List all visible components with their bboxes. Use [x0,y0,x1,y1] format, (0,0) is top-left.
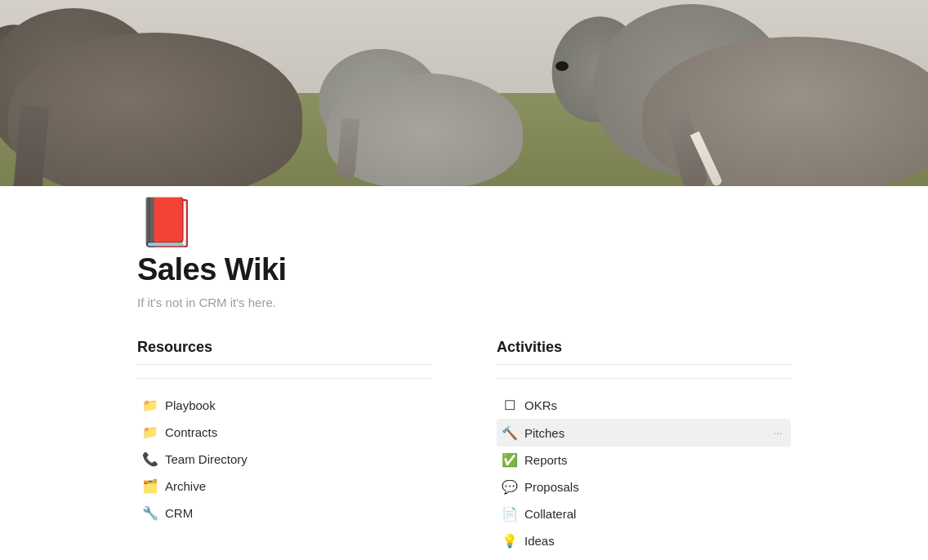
page-title: Sales Wiki [137,252,791,287]
team-directory-link[interactable]: Team Directory [165,452,426,466]
crm-link[interactable]: CRM [165,506,426,520]
activities-list: ☐ OKRs 🔨 Pitches ··· ✅ Reports 💬 Proposa… [497,392,791,554]
okrs-icon: ☐ [502,398,518,413]
page-icon: 📕 [137,198,791,246]
hero-banner [0,0,928,186]
list-item[interactable]: 📞 Team Directory [137,446,431,473]
reports-link[interactable]: Reports [524,453,786,467]
ideas-link[interactable]: Ideas [524,534,786,548]
resources-list: 📁 Playbook + ⠿ 📁 Contracts 📞 Team Direct… [137,392,431,527]
okrs-link[interactable]: OKRs [524,398,786,412]
archive-link[interactable]: Archive [165,479,426,493]
collateral-icon: 📄 [502,506,518,522]
resources-column: Resources 📁 Playbook + ⠿ 📁 Contracts 📞 T… [137,339,431,554]
list-item[interactable]: 🔧 CRM [137,500,431,527]
list-item[interactable]: 📄 Collateral [497,500,791,527]
page-subtitle: If it's not in CRM it's here. [137,296,791,309]
list-item[interactable]: ✅ Reports [497,447,791,473]
more-options-button[interactable]: ··· [770,424,786,441]
contracts-link[interactable]: Contracts [165,425,426,439]
team-directory-icon: 📞 [142,451,158,467]
list-item[interactable]: 💬 Proposals [497,473,791,500]
reports-icon: ✅ [502,452,518,468]
proposals-link[interactable]: Proposals [524,480,786,494]
pitches-icon: 🔨 [502,425,518,441]
ideas-icon: 💡 [502,533,518,549]
list-item[interactable]: ☐ OKRs [497,392,791,419]
resources-header: Resources [137,339,431,365]
list-item[interactable]: 🗂️ Archive [137,473,431,500]
content-grid: Resources 📁 Playbook + ⠿ 📁 Contracts 📞 T… [137,339,791,554]
elephant-right [560,4,928,186]
elephant-left [0,8,327,186]
archive-icon: 🗂️ [142,478,158,494]
list-item[interactable]: 💡 Ideas [497,527,791,554]
list-item[interactable]: 📁 Playbook [137,392,431,419]
collateral-link[interactable]: Collateral [524,507,786,521]
activities-header: Activities [497,339,791,365]
pitches-link[interactable]: Pitches [524,426,763,440]
playbook-icon: 📁 [142,398,158,413]
resources-divider [137,378,431,379]
elephant-center [310,49,539,186]
activities-divider [497,378,791,379]
playbook-link[interactable]: Playbook [165,398,426,412]
activities-column: Activities ☐ OKRs 🔨 Pitches ··· ✅ Report… [497,339,791,554]
proposals-icon: 💬 [502,479,518,495]
list-item[interactable]: 🔨 Pitches ··· [497,419,791,447]
contracts-icon: 📁 [142,424,158,440]
page-content: 📕 Sales Wiki If it's not in CRM it's her… [0,198,928,554]
crm-icon: 🔧 [142,505,158,521]
list-item[interactable]: + ⠿ 📁 Contracts [137,419,431,446]
